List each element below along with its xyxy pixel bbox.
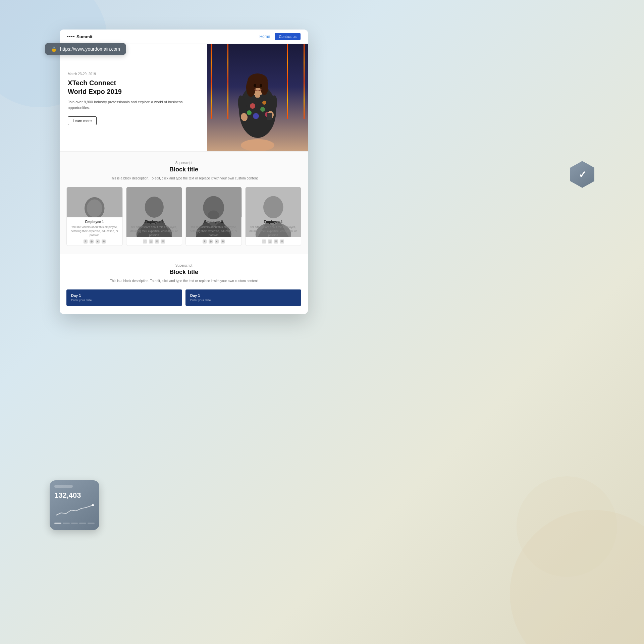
learn-more-button[interactable]: Learn more	[68, 116, 97, 125]
hero-title-line2: World Expo 2019	[68, 88, 122, 95]
schedule-superscript: Superscript	[66, 264, 301, 267]
contact-us-button[interactable]: Contact us	[275, 33, 301, 40]
url-text: https://www.yourdomain.com	[60, 46, 120, 52]
browser-window: Summit Home Contact us March 23-29, 2019…	[60, 30, 308, 314]
schedule-day-1: Day 1	[71, 293, 177, 298]
team-superscript: Superscript	[66, 161, 301, 165]
employee-card-1: Employee 1 Tell site visitors about this…	[66, 187, 123, 246]
social-icons-4: f ◎ ✕ ✉	[248, 239, 299, 244]
svg-point-31	[208, 211, 219, 219]
email-icon-1[interactable]: ✉	[102, 239, 106, 244]
security-check-icon: ✓	[579, 169, 586, 180]
hero-date: March 23-29, 2019	[68, 72, 199, 76]
svg-point-23	[87, 199, 102, 217]
logo-text: Summit	[76, 34, 93, 39]
logo-dot-4	[73, 36, 74, 37]
employee-photo-2	[126, 187, 182, 217]
employee-card-3: Employee 3 Tell site visitors about this…	[185, 187, 242, 246]
instagram-icon-3[interactable]: ◎	[209, 239, 213, 244]
stats-dot-5	[88, 523, 95, 524]
employee-photo-3	[186, 187, 241, 217]
stats-dot-3	[71, 523, 78, 524]
twitter-icon-3[interactable]: ✕	[215, 239, 219, 244]
employee-bio-1: Tell site visitors about this employee, …	[69, 225, 120, 237]
social-icons-3: f ◎ ✕ ✉	[189, 239, 239, 244]
stats-dots	[54, 523, 95, 524]
social-icons-1: f ◎ ✕ ✉	[69, 239, 120, 244]
employee-photo-4	[246, 187, 301, 217]
site-nav: Summit Home Contact us	[60, 30, 308, 44]
email-icon-4[interactable]: ✉	[280, 239, 284, 244]
svg-point-3	[260, 107, 265, 112]
schedule-block-desc: This is a block description. To edit, cl…	[66, 278, 301, 283]
svg-point-2	[250, 103, 255, 109]
instagram-icon-4[interactable]: ◎	[268, 239, 272, 244]
stats-dot-2	[63, 523, 70, 524]
lock-icon: 🔒	[51, 46, 57, 52]
email-icon-3[interactable]: ✉	[221, 239, 225, 244]
twitter-icon-1[interactable]: ✕	[96, 239, 100, 244]
social-icons-2: f ◎ ✕ ✉	[129, 239, 179, 244]
light-strip-right	[304, 44, 305, 119]
employee-photo-1	[67, 187, 122, 217]
facebook-icon-4[interactable]: f	[262, 239, 266, 244]
logo-dot-3	[71, 36, 72, 37]
light-strip-mid-left	[227, 44, 228, 119]
svg-point-26	[145, 197, 163, 218]
schedule-enter-1: Enter your date	[71, 299, 177, 302]
schedule-enter-2: Enter your date	[190, 299, 297, 302]
facebook-icon-3[interactable]: f	[203, 239, 207, 244]
svg-point-0	[92, 504, 94, 506]
nav-links: Home Contact us	[259, 33, 301, 40]
instagram-icon-1[interactable]: ◎	[90, 239, 94, 244]
employee-name-1: Employee 1	[69, 220, 120, 224]
instagram-icon-2[interactable]: ◎	[149, 239, 153, 244]
url-bar-widget: 🔒 https://www.yourdomain.com	[45, 43, 126, 55]
team-block-section: Superscript Block title This is a block …	[60, 151, 308, 254]
employee-card-4: Employee 4 Tell site visitors about this…	[245, 187, 302, 246]
hero-title-line1: XTech Connect	[68, 79, 116, 87]
hero-section: March 23-29, 2019 XTech Connect World Ex…	[60, 44, 308, 151]
light-strip-mid-right	[287, 44, 288, 119]
hero-left: March 23-29, 2019 XTech Connect World Ex…	[60, 44, 207, 151]
employee-info-1: Employee 1 Tell site visitors about this…	[67, 217, 122, 246]
logo-dot-1	[67, 36, 68, 37]
svg-point-4	[253, 113, 259, 119]
svg-point-14	[260, 84, 262, 87]
hero-description: Join over 8,800 industry professionals a…	[68, 99, 199, 110]
twitter-icon-2[interactable]: ✕	[155, 239, 159, 244]
bg-shape-mid	[517, 476, 617, 577]
employee-grid: Employee 1 Tell site visitors about this…	[66, 187, 301, 246]
facebook-icon-1[interactable]: f	[84, 239, 88, 244]
stats-number: 132,403	[54, 491, 95, 500]
stats-chart	[54, 502, 95, 519]
logo-icon	[67, 36, 74, 37]
schedule-grid: Day 1 Enter your date Day 1 Enter your d…	[66, 289, 301, 306]
team-block-title: Block title	[66, 166, 301, 173]
team-block-desc: This is a block description. To edit, cl…	[66, 176, 301, 181]
svg-point-11	[246, 78, 256, 97]
employee-card-2: Employee 2 Tell site visitors about this…	[126, 187, 182, 246]
portrait-svg-1	[67, 187, 122, 217]
schedule-block-section: Superscript Block title This is a block …	[60, 254, 308, 314]
svg-point-20	[241, 139, 274, 151]
svg-point-33	[263, 196, 283, 218]
twitter-icon-4[interactable]: ✕	[274, 239, 278, 244]
hero-right	[207, 44, 308, 151]
svg-rect-19	[267, 113, 272, 120]
stats-dot-1	[54, 523, 61, 524]
stats-dot-4	[79, 523, 86, 524]
email-icon-2[interactable]: ✉	[161, 239, 165, 244]
speaker-illustration	[231, 57, 284, 151]
svg-point-5	[262, 101, 266, 105]
site-logo: Summit	[67, 34, 93, 39]
schedule-block-title: Block title	[66, 269, 301, 276]
facebook-icon-2[interactable]: f	[143, 239, 147, 244]
hero-image	[207, 44, 308, 151]
security-badge: ✓	[570, 161, 594, 188]
nav-home-link[interactable]: Home	[259, 34, 270, 39]
light-strip-left	[211, 44, 212, 119]
svg-point-13	[254, 84, 256, 87]
schedule-card-1: Day 1 Enter your date	[66, 289, 182, 306]
stats-bar	[54, 485, 73, 488]
